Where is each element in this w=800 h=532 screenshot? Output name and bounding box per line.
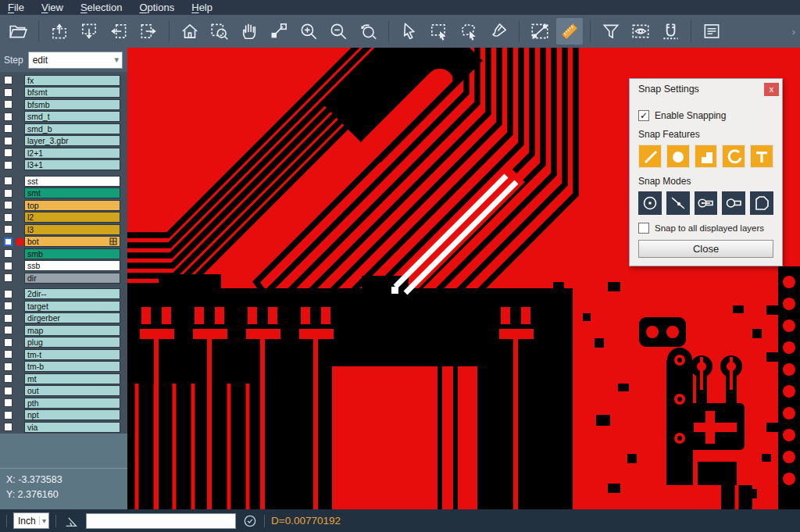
layer-checkbox[interactable] (4, 88, 12, 97)
layer-checkbox[interactable] (4, 398, 12, 407)
pan-left-button[interactable] (105, 18, 132, 45)
layer-row-tm-b[interactable]: tm-b (0, 361, 127, 373)
step-select[interactable]: edit ▾ (28, 52, 123, 69)
layer-label[interactable]: target (24, 301, 120, 312)
select-arrow-button[interactable] (396, 18, 423, 45)
dialog-close-action-button[interactable]: Close (638, 240, 773, 258)
layer-row-sst[interactable]: sst (0, 175, 127, 187)
layer-row-plug[interactable]: plug (0, 337, 127, 349)
unit-select[interactable]: Inch ▾ (13, 512, 49, 529)
snap-all-layers-row[interactable]: Snap to all displayed layers (638, 223, 773, 234)
layer-label[interactable]: l3 (24, 224, 120, 235)
layer-checkbox[interactable] (4, 213, 12, 222)
open-folder-button[interactable] (5, 18, 31, 45)
layer-row-pth[interactable]: pth (0, 397, 127, 409)
layer-checkbox[interactable] (4, 273, 12, 282)
menu-item-selection[interactable]: Selection (80, 2, 122, 13)
dialog-close-button[interactable]: x (764, 83, 779, 96)
layer-row-npt[interactable]: npt (0, 409, 127, 422)
pan-up-button[interactable] (46, 18, 73, 45)
menu-item-view[interactable]: View (41, 2, 63, 13)
layer-checkbox[interactable] (4, 362, 12, 371)
snap-mode-nearest-button[interactable] (666, 191, 690, 215)
layer-checkbox[interactable] (4, 124, 12, 133)
layer-checkbox[interactable] (4, 326, 12, 334)
layer-row-2dir--[interactable]: 2dir-- (0, 288, 127, 301)
brush-button[interactable] (485, 18, 512, 45)
layer-label[interactable]: out (24, 385, 120, 396)
layer-label[interactable]: bfsmb (24, 99, 120, 110)
layer-checkbox[interactable] (4, 411, 12, 420)
layer-row-map[interactable]: map (0, 324, 127, 337)
layer-checkbox[interactable] (4, 237, 12, 246)
layer-label[interactable]: layer_3.gbr (24, 135, 120, 146)
layer-label[interactable]: plug (24, 337, 120, 348)
pan-right-button[interactable] (135, 18, 162, 45)
ruler-button[interactable] (556, 18, 583, 45)
layer-checkbox[interactable] (4, 387, 12, 395)
pan-hand-button[interactable] (236, 18, 262, 45)
layer-label[interactable]: l2+1 (24, 148, 120, 159)
layer-row-mt[interactable]: mt (0, 373, 127, 385)
layer-row-bfsmb[interactable]: bfsmb (0, 98, 127, 111)
snap-feature-pad-button[interactable] (666, 145, 690, 168)
layer-row-dir[interactable]: dir (0, 272, 127, 284)
snap-mode-center-button[interactable] (638, 191, 662, 215)
layer-checkbox[interactable] (4, 290, 12, 298)
layer-label[interactable]: bfsmt (24, 87, 120, 98)
layer-row-fx[interactable]: fx (0, 74, 127, 87)
layer-checkbox[interactable] (4, 177, 12, 185)
layer-checkbox[interactable] (4, 262, 12, 270)
layer-label[interactable]: top (24, 200, 120, 211)
layer-checkbox[interactable] (4, 148, 12, 157)
snap-feature-arc-button[interactable] (722, 145, 745, 168)
snap-all-layers-checkbox[interactable] (638, 223, 649, 234)
layer-label[interactable]: mt (24, 373, 120, 384)
layer-checkbox[interactable] (4, 338, 12, 347)
layer-label[interactable]: smd_b (24, 123, 120, 134)
snap-mode-contour-button[interactable] (750, 191, 773, 215)
layer-label[interactable]: fx (24, 75, 120, 86)
layer-label[interactable]: map (24, 325, 120, 336)
layer-label[interactable]: l2 (24, 212, 120, 223)
layer-row-l3[interactable]: l3 (0, 223, 127, 236)
layer-row-top[interactable]: top (0, 199, 127, 212)
snap-feature-line-button[interactable] (638, 145, 662, 168)
eye-region-button[interactable] (627, 18, 654, 45)
layer-checkbox[interactable] (4, 249, 12, 258)
measure-line-button[interactable] (527, 18, 553, 45)
magnet-snap-button[interactable] (657, 18, 684, 45)
layer-checkbox[interactable] (4, 302, 12, 310)
pan-down-button[interactable] (76, 18, 102, 45)
layer-row-via[interactable]: via (0, 421, 127, 434)
snap-feature-text-button[interactable] (750, 145, 773, 168)
layer-label[interactable]: 2dir-- (24, 288, 120, 299)
snap-mode-slot-outline-button[interactable] (722, 191, 745, 215)
layer-label[interactable]: dir (24, 273, 120, 284)
layer-label[interactable]: npt (24, 409, 120, 420)
home-view-button[interactable] (177, 18, 203, 45)
layer-label[interactable]: tm-t (24, 349, 120, 360)
zoom-in-button[interactable] (295, 18, 322, 45)
layer-label[interactable]: sst (24, 176, 120, 187)
layer-row-l3+1[interactable]: l3+1 (0, 159, 127, 172)
menu-item-help[interactable]: Help (191, 2, 212, 13)
layer-checkbox[interactable] (4, 161, 12, 170)
layer-label[interactable]: ssb (24, 260, 120, 271)
layer-label[interactable]: smb (24, 248, 120, 259)
layer-row-out[interactable]: out (0, 385, 127, 398)
layer-row-smd_t[interactable]: smd_t (0, 111, 127, 123)
layer-row-tm-t[interactable]: tm-t (0, 348, 127, 361)
layer-checkbox[interactable] (4, 76, 12, 84)
select-polygon-button[interactable] (455, 18, 482, 45)
layer-checkbox[interactable] (4, 314, 12, 323)
layer-label[interactable]: smd_t (24, 111, 120, 122)
layer-row-ssb[interactable]: ssb (0, 260, 127, 273)
layer-label[interactable]: l3+1 (24, 159, 120, 170)
layer-row-smb[interactable]: smb (0, 248, 127, 260)
menu-item-file[interactable]: File (8, 2, 24, 13)
layer-checkbox[interactable] (4, 201, 12, 209)
zoom-out-button[interactable] (325, 18, 352, 45)
layer-label[interactable]: pth (24, 398, 120, 409)
layer-row-smd_b[interactable]: smd_b (0, 123, 127, 135)
